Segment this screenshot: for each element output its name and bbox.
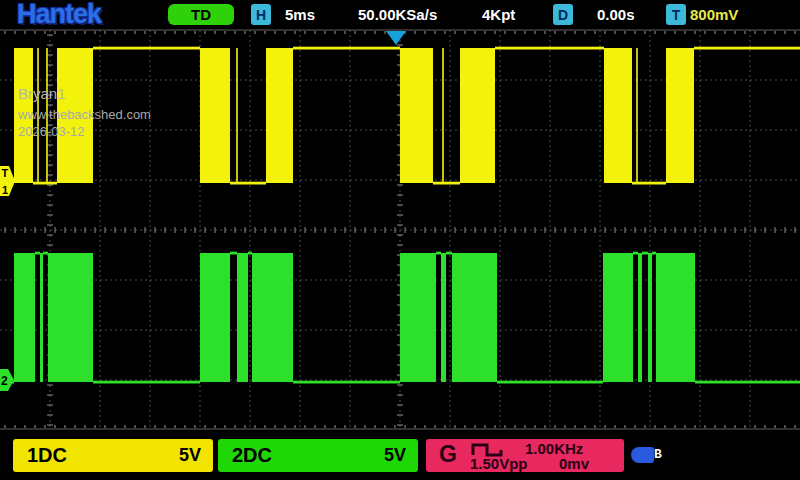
timebase-readout[interactable]: 5ms xyxy=(285,6,315,23)
horizontal-icon[interactable]: H xyxy=(251,4,271,25)
bottom-status-bar: 1DC 5V 2DC 5V G 1.00KHz 1.50Vpp 0mv B xyxy=(0,436,800,480)
generator-offset: 0mv xyxy=(559,455,589,472)
usb-device-letter: B xyxy=(653,447,663,463)
generator-amplitude: 1.50Vpp xyxy=(470,455,528,472)
top-status-bar: Hantek TD H 5ms 50.00KSa/s 4Kpt D 0.00s … xyxy=(0,0,800,29)
trigger-level-readout[interactable]: 800mV xyxy=(690,6,738,23)
generator-label: G xyxy=(439,441,457,468)
watermark-url: www.thebackshed.com xyxy=(18,107,151,122)
waveform-display[interactable]: T 1 2 xyxy=(0,0,800,480)
delay-icon[interactable]: D xyxy=(553,4,573,25)
channel1-status-box[interactable]: 1DC 5V xyxy=(13,439,213,472)
brand-logo: Hantek xyxy=(17,0,101,30)
trigger-icon[interactable]: T xyxy=(666,4,686,25)
generator-status-box[interactable]: G 1.00KHz 1.50Vpp 0mv xyxy=(426,439,624,472)
sample-rate-readout: 50.00KSa/s xyxy=(358,6,437,23)
oscilloscope-screen: Hantek TD H 5ms 50.00KSa/s 4Kpt D 0.00s … xyxy=(0,0,800,480)
watermark-date: 2026-03-12 xyxy=(18,124,85,139)
channel2-coupling-label: 2DC xyxy=(232,444,272,467)
channel2-scale: 5V xyxy=(384,445,406,466)
trigger-position-marker[interactable] xyxy=(386,31,406,45)
channel1-marker[interactable]: T 1 xyxy=(0,166,15,196)
channel1-scale: 5V xyxy=(179,445,201,466)
channel1-coupling-label: 1DC xyxy=(27,444,67,467)
channel1-marker-number: 1 xyxy=(2,184,8,196)
horizontal-offset-readout[interactable]: 0.00s xyxy=(597,6,635,23)
watermark-username: Bryan1 xyxy=(18,85,66,102)
acquisition-mode-badge[interactable]: TD xyxy=(168,4,234,25)
trigger-marker-letter: T xyxy=(2,167,9,179)
channel2-marker-number: 2 xyxy=(1,374,8,388)
channel2-status-box[interactable]: 2DC 5V xyxy=(218,439,418,472)
usb-device-icon xyxy=(631,447,654,463)
memory-depth-readout: 4Kpt xyxy=(482,6,515,23)
channel2-marker[interactable]: 2 xyxy=(0,369,14,391)
